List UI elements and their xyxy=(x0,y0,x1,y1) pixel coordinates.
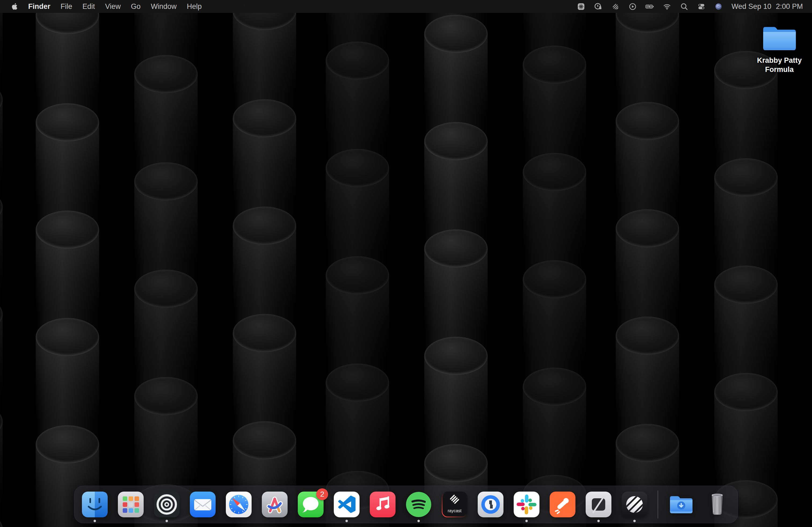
menu-items: FileEditViewGoWindowHelp xyxy=(56,2,207,11)
now-playing-menu-icon[interactable] xyxy=(624,0,641,13)
macos-desktop: Finder FileEditViewGoWindowHelp Wed Sep … xyxy=(0,0,812,527)
cylinder-cap xyxy=(134,377,198,415)
raycast-icon: raycast xyxy=(441,491,468,518)
clock-date: Wed Sep 10 xyxy=(731,2,771,11)
battery-charging-menu-icon[interactable] xyxy=(641,0,658,13)
siri-menu-icon[interactable] xyxy=(710,0,727,13)
cylinder-body-sheen xyxy=(0,207,3,314)
desktop-folder-label: Krabby Patty Formula xyxy=(754,56,805,74)
running-indicator-dot xyxy=(418,520,420,522)
cylinder-cap xyxy=(616,102,679,140)
dock-item-mail[interactable] xyxy=(189,491,216,518)
starburst-app-menu-icon[interactable] xyxy=(572,0,590,13)
menu-help[interactable]: Help xyxy=(182,2,207,11)
downloads-icon xyxy=(668,491,695,518)
arc-icon xyxy=(261,491,288,518)
cylinder-cap xyxy=(233,207,296,245)
wallpaper-cylinder-column xyxy=(714,0,778,527)
cylinder-cap xyxy=(523,367,586,406)
wallpaper-cylinder-column xyxy=(0,0,3,527)
cylinder-cap xyxy=(36,318,99,356)
dock-item-postman[interactable] xyxy=(549,491,576,518)
running-indicator-dot xyxy=(166,520,168,522)
dock-item-music[interactable] xyxy=(369,491,396,518)
vscode-icon xyxy=(333,491,360,518)
dock-item-finder[interactable] xyxy=(81,491,108,518)
wallpaper-cylinder-column xyxy=(233,0,296,527)
menu-file[interactable]: File xyxy=(56,2,77,11)
dock-item-arc[interactable] xyxy=(261,491,288,518)
desktop-folder-krabby-patty-formula[interactable]: Krabby Patty Formula xyxy=(752,24,807,74)
cylinder-cap xyxy=(36,211,99,249)
cylinder-cap xyxy=(616,317,679,355)
raycast-menu-icon[interactable] xyxy=(607,0,624,13)
cylinder-cap xyxy=(233,421,296,460)
dock-item-vscode[interactable] xyxy=(333,491,360,518)
folder-icon xyxy=(762,24,797,52)
onepassword-icon xyxy=(477,491,504,518)
spotlight-search-menu-icon[interactable] xyxy=(676,0,693,13)
menu-window[interactable]: Window xyxy=(146,2,182,11)
running-indicator-dot xyxy=(597,520,600,522)
postman-icon xyxy=(549,491,576,518)
cylinder-cap xyxy=(134,270,198,308)
slack-icon xyxy=(513,491,540,518)
finder-icon xyxy=(81,491,108,518)
cylinder-cap xyxy=(36,103,99,141)
wallpaper-cylinder-column xyxy=(36,0,99,527)
cylinder-cap xyxy=(424,15,488,53)
cylinder-cap xyxy=(523,260,586,298)
dock-item-onepassword[interactable] xyxy=(477,491,504,518)
cylinder-cap xyxy=(424,122,488,160)
notification-badge: 2 xyxy=(316,488,328,500)
rewind-icon xyxy=(153,491,180,518)
trash-icon xyxy=(704,491,731,518)
menu-edit[interactable]: Edit xyxy=(77,2,100,11)
cylinder-cap xyxy=(134,55,198,93)
dock-item-raycast[interactable]: raycast xyxy=(441,491,468,518)
control-center-menu-icon[interactable] xyxy=(693,0,710,13)
cylinder-cap xyxy=(523,46,586,84)
cylinder-cap xyxy=(326,364,389,402)
dock-item-zed[interactable] xyxy=(585,491,612,518)
cylinder-cap xyxy=(714,266,778,304)
menu-go[interactable]: Go xyxy=(126,2,146,11)
cylinder-cap xyxy=(326,42,389,80)
dock: 2raycast xyxy=(74,486,738,523)
wallpaper-cylinder-column xyxy=(326,0,389,527)
menu-bar: Finder FileEditViewGoWindowHelp Wed Sep … xyxy=(0,0,812,13)
dock-item-spotify[interactable] xyxy=(405,491,432,518)
cylinder-cap xyxy=(424,229,488,268)
dock-item-downloads[interactable] xyxy=(668,491,695,518)
cylinder-cap xyxy=(424,337,488,375)
dock-item-linear[interactable] xyxy=(621,491,648,518)
onepassword-lock-menu-icon[interactable] xyxy=(590,0,607,13)
cylinder-cap xyxy=(326,256,389,295)
dock-item-launchpad[interactable] xyxy=(117,491,144,518)
dock-divider xyxy=(657,491,658,518)
cylinder-cap xyxy=(326,149,389,187)
zed-icon xyxy=(585,491,612,518)
status-icons xyxy=(572,0,727,13)
wifi-menu-icon[interactable] xyxy=(658,0,676,13)
clock-time: 2:00 PM xyxy=(776,2,803,11)
dock-item-safari[interactable] xyxy=(225,491,252,518)
wallpaper-cylinder-column xyxy=(424,0,488,527)
menu-bar-clock[interactable]: Wed Sep 10 2:00 PM xyxy=(727,2,805,11)
wallpaper xyxy=(0,0,812,527)
dock-item-messages[interactable]: 2 xyxy=(297,491,324,518)
dock-item-trash[interactable] xyxy=(704,491,731,518)
linear-icon xyxy=(621,491,648,518)
cylinder-body-sheen xyxy=(0,421,3,527)
wallpaper-cylinder-column xyxy=(616,0,679,527)
menu-bar-left: Finder FileEditViewGoWindowHelp xyxy=(7,2,207,11)
apple-menu-icon[interactable] xyxy=(7,2,23,11)
dock-item-slack[interactable] xyxy=(513,491,540,518)
cylinder-body-sheen xyxy=(0,0,3,99)
menu-view[interactable]: View xyxy=(100,2,126,11)
cylinder-cap xyxy=(714,158,778,196)
menu-bar-right: Wed Sep 10 2:00 PM xyxy=(572,0,805,13)
wallpaper-cylinder-column xyxy=(523,0,586,527)
dock-item-rewind[interactable] xyxy=(153,491,180,518)
menu-app-name[interactable]: Finder xyxy=(23,2,56,11)
